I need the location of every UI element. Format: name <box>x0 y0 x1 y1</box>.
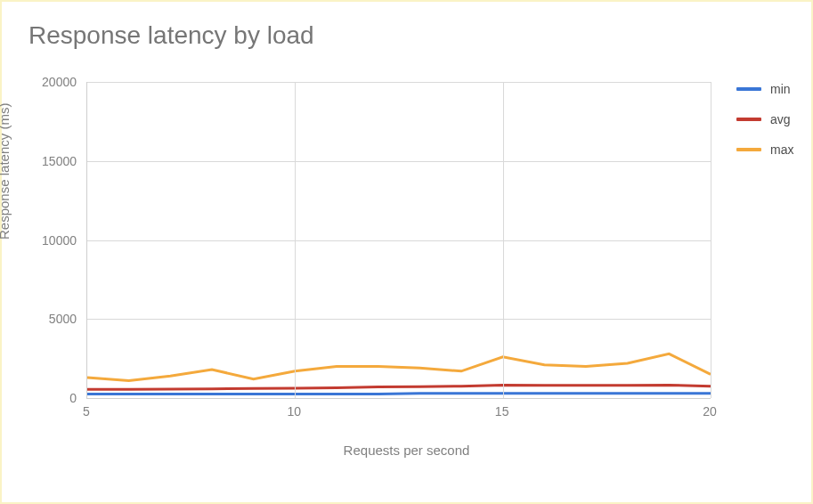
plot-area <box>86 82 711 399</box>
grid-horizontal <box>87 82 711 83</box>
chart-frame: Response latency by load Response latenc… <box>0 0 813 504</box>
legend-label: max <box>770 142 793 157</box>
x-axis-label: Requests per second <box>2 443 811 458</box>
chart-title: Response latency by load <box>28 21 314 50</box>
legend-item-max: max <box>736 142 793 157</box>
grid-horizontal <box>87 161 711 162</box>
y-tick-label: 10000 <box>14 233 77 248</box>
y-tick-label: 0 <box>14 391 77 405</box>
x-tick-label: 5 <box>83 404 90 419</box>
x-tick-label: 15 <box>495 404 509 419</box>
x-tick-label: 20 <box>703 404 717 419</box>
grid-vertical <box>711 82 711 398</box>
y-tick-label: 5000 <box>14 312 77 326</box>
legend-item-avg: avg <box>736 112 793 126</box>
y-tick-label: 15000 <box>14 154 77 168</box>
grid-horizontal <box>87 240 711 241</box>
legend-label: avg <box>770 112 791 126</box>
series-line-max <box>87 354 711 380</box>
legend-swatch <box>736 87 761 91</box>
y-axis-label: Response latency (ms) <box>0 103 12 240</box>
y-tick-label: 20000 <box>14 75 77 89</box>
legend-label: min <box>770 82 791 96</box>
legend-item-min: min <box>736 82 793 96</box>
series-line-avg <box>87 385 711 389</box>
legend: minavgmax <box>736 82 793 173</box>
legend-swatch <box>736 118 761 121</box>
x-tick-label: 10 <box>288 404 302 419</box>
grid-horizontal <box>87 319 711 320</box>
series-line-min <box>87 394 711 394</box>
legend-swatch <box>736 148 761 151</box>
